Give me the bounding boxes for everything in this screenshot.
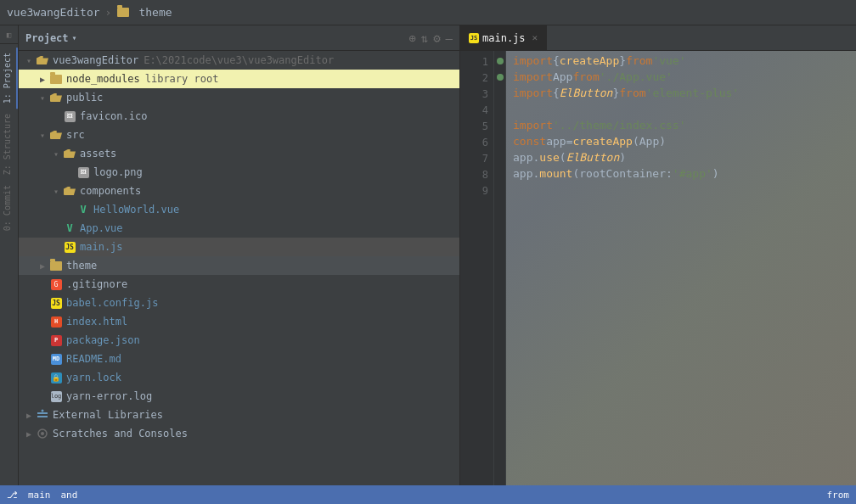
code-line-1: import { createApp } from 'vue' [513,53,856,69]
scratches-label: Scratches and Consoles [53,428,188,440]
scratches-arrow[interactable]: ▶ [22,429,36,439]
components-arrow[interactable]: ▾ [49,187,63,196]
assets-arrow[interactable]: ▾ [49,149,63,159]
src-folder[interactable]: ▾ src [19,126,459,144]
fn-mount: mount [539,165,572,182]
public-label: public [66,92,103,104]
str-theme-css: '../theme/index.css' [553,117,686,133]
gutter [494,51,506,485]
bottom-and: and [61,490,78,501]
main-js-tab[interactable]: JS main.js ✕ [460,25,547,51]
favicon-item[interactable]: ▶ 🖼 favicon.ico [19,107,459,126]
src-label: src [66,129,85,141]
assets-label: assets [80,148,116,160]
external-icon [36,408,49,422]
panel-icons: ⊕ ⇅ ⚙ — [408,31,453,45]
tab-commit[interactable]: 0: Commit [0,180,18,236]
code-content[interactable]: import { createApp } from 'vue' import A… [506,51,856,485]
babel-icon: JS [49,296,63,310]
assets-folder[interactable]: ▾ assets [19,144,459,163]
components-folder-icon [63,184,76,198]
settings-icon[interactable]: ⚙ [433,31,440,45]
from-kw-1: from [626,53,652,69]
main-js-item[interactable]: ▶ JS main.js [19,238,459,256]
editor-tabs: JS main.js ✕ [460,25,856,51]
favicon-label: favicon.ico [80,110,147,122]
yarn-error-icon: log [49,389,63,403]
code-editor[interactable]: 1 2 3 4 5 6 7 8 9 [460,51,856,485]
scratches-item[interactable]: ▶ Scratches and Consoles [19,424,459,443]
sort-icon[interactable]: ⇅ [421,31,428,45]
helloworld-icon: V [76,203,90,216]
gutter-line-3 [494,85,505,101]
tab-structure[interactable]: Z: Structure [0,109,18,180]
var-app-4: app [513,149,532,165]
logo-item[interactable]: ▶ 🖼 logo.png [19,163,459,182]
tab-label: main.js [482,32,526,44]
readme-item[interactable]: ▶ MD README.md [19,350,459,368]
public-folder[interactable]: ▾ public [19,88,459,107]
breadcrumb-separator: › [105,6,112,19]
yarn-error-item[interactable]: ▶ log yarn-error.log [19,387,459,406]
package-json-item[interactable]: ▶ P package.json [19,331,459,350]
code-line-2: import App from './App.vue' [513,69,856,85]
components-folder[interactable]: ▾ components [19,182,459,200]
code-line-8: app . mount ( rootContainer : '#app' ) [513,165,856,182]
tab-project[interactable]: 1: Project [0,48,18,109]
kw-import-5: import [513,117,553,133]
yarn-error-label: yarn-error.log [66,390,152,402]
helloworld-item[interactable]: ▶ V HelloWorld.vue [19,200,459,219]
src-arrow[interactable]: ▾ [36,131,49,140]
yarn-lock-icon: 🔒 [49,371,63,384]
package-json-label: package.json [66,334,140,346]
scratches-icon [36,427,49,440]
cls-elbutton-1: ElButton [560,85,613,101]
node-modules-item[interactable]: ▶ node_modules library root [19,70,459,88]
external-label: External Libraries [53,409,163,421]
gutter-line-5 [494,117,505,133]
gutter-line-6 [494,133,505,149]
gutter-line-1 [494,53,505,69]
code-line-4 [513,101,856,117]
folder-name: theme [138,6,172,19]
components-label: components [80,185,141,197]
logo-label: logo.png [93,166,143,178]
external-libraries[interactable]: ▶ External Libraries [19,406,459,424]
tree-root[interactable]: ▾ vue3wangEditor E:\2021code\vue3\vue3wa… [19,51,459,70]
babel-item[interactable]: ▶ JS babel.config.js [19,294,459,312]
tab-close-icon[interactable]: ✕ [532,32,538,43]
index-html-item[interactable]: ▶ H index.html [19,312,459,331]
public-arrow[interactable]: ▾ [36,93,49,103]
locate-icon[interactable]: ⊕ [408,31,415,45]
change-marker-1 [497,58,504,64]
theme-folder[interactable]: ▶ theme [19,256,459,275]
gitignore-item[interactable]: ▶ G .gitignore [19,275,459,294]
panel-dropdown[interactable]: ▾ [72,33,77,42]
cls-elbutton-2: ElButton [566,149,620,165]
panel-toggle-icon[interactable]: ◧ [7,31,11,39]
root-arrow[interactable]: ▾ [22,56,36,65]
kw-import-3: import [513,85,553,101]
node-modules-arrow[interactable]: ▶ [36,75,49,84]
gutter-line-7 [494,149,505,165]
app-vue-item[interactable]: ▶ V App.vue [19,219,459,238]
gitignore-label: .gitignore [66,278,127,290]
from-kw-2: from [572,69,599,85]
babel-label: babel.config.js [66,297,158,309]
app-vue-label: App.vue [80,222,123,234]
panel-title: Project [25,32,69,44]
str-app-vue: './App.vue' [600,69,673,85]
editor-area: JS main.js ✕ 1 2 3 4 5 6 7 8 9 [460,25,856,485]
minimize-icon[interactable]: — [446,31,453,45]
external-arrow[interactable]: ▶ [22,411,36,420]
helloworld-label: HelloWorld.vue [93,204,179,216]
yarn-lock-item[interactable]: ▶ 🔒 yarn.lock [19,368,459,387]
theme-arrow[interactable]: ▶ [36,261,49,271]
str-vue: 'vue' [652,53,685,69]
gutter-line-2 [494,69,505,85]
line-numbers: 1 2 3 4 5 6 7 8 9 [460,51,494,485]
root-path: E:\2021code\vue3\vue3wangEditor [144,54,334,66]
title-bar: vue3wangEditor › theme [0,0,856,25]
bottom-branch: main [28,490,51,501]
gutter-line-8 [494,165,505,182]
